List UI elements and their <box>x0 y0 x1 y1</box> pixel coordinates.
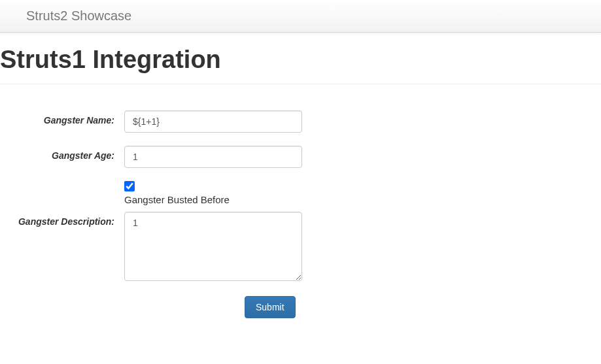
submit-button[interactable]: Submit <box>245 296 296 318</box>
row-submit: Submit <box>0 296 601 318</box>
navbar: Struts2 Showcase <box>0 0 601 33</box>
row-gangster-busted: Gangster Busted Before <box>0 181 601 205</box>
page-title: Struts1 Integration <box>0 46 601 74</box>
navbar-brand[interactable]: Struts2 Showcase <box>13 8 131 24</box>
label-gangster-busted: Gangster Busted Before <box>124 194 230 205</box>
label-gangster-description: Gangster Description: <box>0 212 124 227</box>
row-gangster-description: Gangster Description: 1 <box>0 212 601 283</box>
input-gangster-age[interactable] <box>124 146 302 168</box>
label-gangster-name: Gangster Name: <box>0 110 124 125</box>
input-gangster-name[interactable] <box>124 110 302 133</box>
row-gangster-age: Gangster Age: <box>0 146 601 168</box>
label-gangster-age: Gangster Age: <box>0 146 124 161</box>
form-container: Gangster Name: Gangster Age: Gangster Bu… <box>0 97 601 331</box>
row-gangster-name: Gangster Name: <box>0 110 601 133</box>
checkbox-gangster-busted[interactable] <box>124 181 135 191</box>
divider <box>0 84 601 84</box>
textarea-gangster-description[interactable]: 1 <box>124 212 302 281</box>
